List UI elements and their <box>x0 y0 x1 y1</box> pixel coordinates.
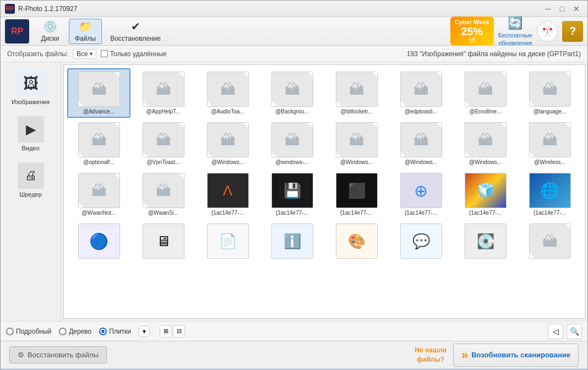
file-thumb-11[interactable]: 🏔@windows-... <box>260 119 324 168</box>
search-button[interactable]: 🔍 <box>567 324 582 339</box>
file-thumb-14[interactable]: 🏔@Windows... <box>454 119 517 168</box>
file-thumb-28[interactable]: 🎨 <box>325 220 388 264</box>
disks-button[interactable]: 💿 Диски <box>34 19 67 44</box>
file-label: @AudioToa... <box>206 108 249 115</box>
updates-button[interactable]: 🔄 Бесплатныеобновления <box>498 15 532 47</box>
disks-icon: 💿 <box>43 20 57 33</box>
files-button[interactable]: 📁 Файлы <box>69 19 102 44</box>
show-files-label: Отобразить файлы: <box>7 50 68 58</box>
file-label: {1ac14e77-... <box>271 210 314 216</box>
filter-dropdown[interactable]: Все ▾ <box>73 49 96 59</box>
file-label: @Backgrou... <box>271 108 314 115</box>
titlebar-text: R-Photo 1.2.170927 <box>18 5 540 13</box>
file-thumb-25[interactable]: 🖥 <box>132 220 195 264</box>
tree-view-radio[interactable]: Дерево <box>59 328 91 335</box>
app-logo: RP <box>5 19 29 43</box>
file-thumb-3[interactable]: 🏔@Backgrou... <box>260 68 324 118</box>
sidebar: 🖼 Изображения ▶ Видео 🖨 Шредер <box>1 62 61 321</box>
file-thumb-12[interactable]: 🏔@Windows... <box>325 119 388 168</box>
close-button[interactable]: ✕ <box>570 2 583 15</box>
radio-circle-detailed <box>6 328 14 335</box>
file-thumb-31[interactable]: 🏔 <box>518 220 581 264</box>
tiles-view-radio[interactable]: Плитки <box>99 328 131 335</box>
file-thumb-21[interactable]: ⊕{1ac14e77-... <box>389 170 453 219</box>
file-label: @WwanSi... <box>142 210 185 216</box>
file-label: @Windows... <box>464 159 507 165</box>
thumbnail-image: 💾 <box>271 173 313 208</box>
file-thumb-4[interactable]: 🏔@bitlocketr... <box>325 68 388 118</box>
file-thumb-13[interactable]: 🏔@Windows... <box>389 119 453 168</box>
cyber-week-badge: Cyber Week 25% off <box>450 17 494 46</box>
cyber-week-banner[interactable]: Cyber Week 25% off 🔄 Бесплатныеобновлени… <box>450 15 583 47</box>
file-thumb-1[interactable]: 🏔@AppHelpT... <box>132 68 195 118</box>
thumbnail-image: 🏔 <box>143 122 184 157</box>
file-thumb-19[interactable]: 💾{1ac14e77-... <box>260 170 324 219</box>
restore-nav-button[interactable]: ✔ Восстановление <box>104 19 167 44</box>
bottom-toolbar: Подробный Дерево Плитки ▾ ⊞ ⊟ ◁ 🔍 <box>1 321 587 341</box>
deleted-only-checkbox[interactable]: Только удалённые <box>101 50 167 58</box>
file-label: @VpnToast... <box>142 159 185 165</box>
thumbnail-image: 🏔 <box>207 122 249 157</box>
maximize-button[interactable]: □ <box>556 2 569 15</box>
file-label: {1ac14e77-... <box>529 210 571 216</box>
thumbnail-image: 🏔 <box>400 72 442 107</box>
thumbnail-image: 🏔 <box>465 72 507 107</box>
file-thumb-5[interactable]: 🏔@edptoasti... <box>389 68 453 118</box>
file-label: @edptoasti... <box>400 108 443 115</box>
thumbnail-image: 🏔 <box>78 122 120 157</box>
file-thumb-17[interactable]: 🏔@WwanSi... <box>132 170 195 219</box>
file-thumb-15[interactable]: 🏔@Wireless... <box>518 119 581 168</box>
tiles-size-dropdown[interactable]: ▾ <box>139 326 150 337</box>
file-thumb-10[interactable]: 🏔@Windows... <box>196 119 259 168</box>
thumbnail-image: 🏔 <box>271 72 313 107</box>
file-thumb-8[interactable]: 🏔@optionalf... <box>67 119 130 168</box>
search-area: ◁ 🔍 <box>548 324 582 339</box>
file-thumb-18[interactable]: Λ{1ac14e77-... <box>196 170 259 219</box>
file-label: {1ac14e77-... <box>206 210 249 216</box>
back-search-button[interactable]: ◁ <box>548 324 563 339</box>
radio-circle-tree <box>59 328 67 335</box>
file-thumb-6[interactable]: 🏔@Enrollme... <box>454 68 517 118</box>
file-thumb-2[interactable]: 🏔@AudioToa... <box>196 68 259 118</box>
flag-button[interactable]: 🎌 <box>537 21 558 42</box>
file-thumb-27[interactable]: ℹ️ <box>260 220 324 264</box>
file-thumb-20[interactable]: ⬛{1ac14e77-... <box>325 170 388 219</box>
grid-view-large-icon[interactable]: ⊟ <box>173 325 185 338</box>
file-thumb-29[interactable]: 💬 <box>389 220 453 264</box>
file-thumb-26[interactable]: 📄 <box>196 220 259 264</box>
file-thumb-23[interactable]: 🌐{1ac14e77-... <box>518 170 581 219</box>
detailed-view-radio[interactable]: Подробный <box>6 328 51 335</box>
thumbnail-image: 🏔 <box>529 122 571 157</box>
rescan-button[interactable]: » Возобновить сканирование <box>453 344 579 367</box>
minimize-button[interactable]: ─ <box>541 2 554 15</box>
view-radio-group: Подробный Дерево Плитки ▾ ⊞ ⊟ <box>6 325 185 338</box>
grid-view-small-icon[interactable]: ⊞ <box>160 325 172 338</box>
sidebar-item-images[interactable]: 🖼 Изображения <box>4 67 57 108</box>
thumbnail-image: 🏔 <box>78 173 120 208</box>
thumbnail-image: 🏔 <box>529 72 571 107</box>
help-button[interactable]: ? <box>562 21 583 42</box>
file-label: @windows-... <box>271 159 314 165</box>
file-count-status: 193 "Изображения" файла найдены на диске… <box>407 50 581 58</box>
app-logo-small: RP <box>5 4 15 14</box>
file-label: {1ac14e77-... <box>400 210 443 216</box>
view-icons-group: ⊞ ⊟ <box>160 325 185 338</box>
file-thumb-9[interactable]: 🏔@VpnToast... <box>132 119 195 168</box>
action-bar: ⚙ Восстановить файлы Не нашлифайлы? » Во… <box>1 341 587 368</box>
restore-files-icon: ⚙ <box>18 351 24 359</box>
thumbnail-image: 🏔 <box>465 122 507 157</box>
titlebar: RP R-Photo 1.2.170927 ─ □ ✕ <box>1 1 587 17</box>
file-thumb-0[interactable]: 🏔@Advance... <box>67 68 130 118</box>
sidebar-item-video[interactable]: ▶ Видео <box>4 113 57 155</box>
file-thumb-22[interactable]: 🧊{1ac14e77-... <box>454 170 517 219</box>
file-label: @optionalf... <box>78 159 121 165</box>
radio-circle-tiles <box>99 328 107 335</box>
sidebar-item-shredder[interactable]: 🖨 Шредер <box>4 159 57 201</box>
file-label: @Advance... <box>78 108 121 115</box>
restore-files-button[interactable]: ⚙ Восстановить файлы <box>9 346 107 363</box>
file-thumb-30[interactable]: 💽 <box>454 220 517 264</box>
files-icon: 📁 <box>79 20 92 33</box>
file-thumb-24[interactable]: 🔵 <box>67 220 130 264</box>
file-thumb-7[interactable]: 🏔@language... <box>518 68 581 118</box>
file-thumb-16[interactable]: 🏔@WwanNot... <box>67 170 130 219</box>
